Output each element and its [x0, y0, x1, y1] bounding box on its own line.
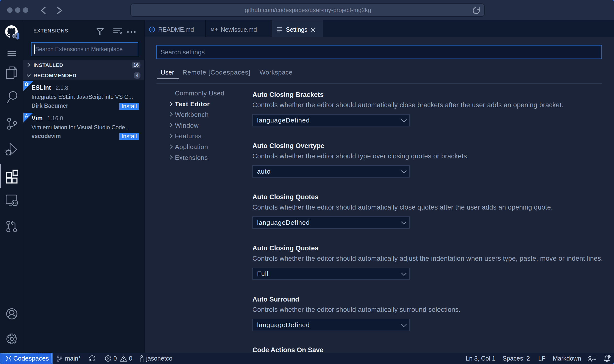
svg-text:M: M: [211, 27, 215, 32]
